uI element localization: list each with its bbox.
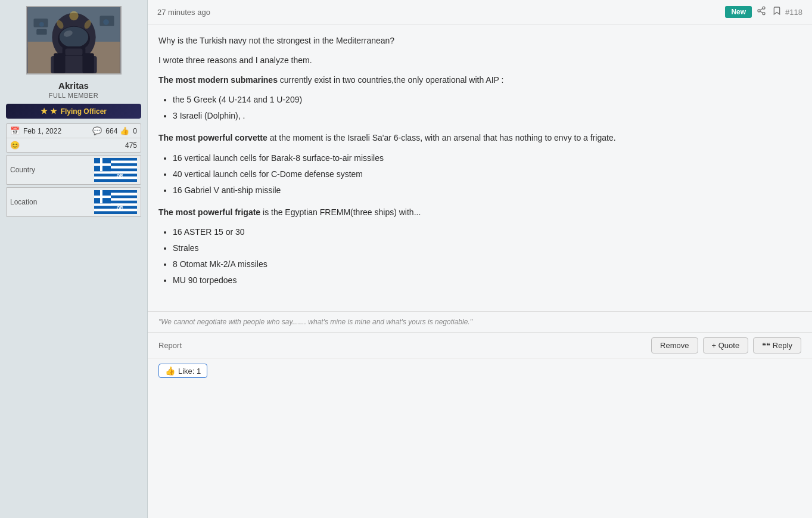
list-item: Strales [173,241,801,255]
svg-point-16 [103,19,109,25]
post-content: 27 minutes ago New #118 Why [148,0,812,518]
post-number: #118 [785,8,802,17]
svg-rect-10 [54,53,65,73]
svg-point-49 [758,10,760,12]
user-role: FULL MEMBER [49,92,98,99]
svg-point-17 [69,11,78,20]
intro-line2: I wrote three reasons and I analyze them… [158,54,801,67]
post-body: Why is the Turkish navy not the stronges… [148,24,812,305]
like-bar: 👍 Like: 1 [148,358,812,383]
list-item: 16 vertical launch cells for Barak-8 sur… [173,151,801,165]
user-name: Akritas [58,80,89,91]
list-item: MU 90 torpedoes [173,274,801,287]
reply-button[interactable]: ❝❝ Reply [753,337,801,353]
join-date: Feb 1, 2022 [23,127,61,135]
list-item: 40 vertical launch cells for C-Dome defe… [173,168,801,181]
svg-point-15 [39,22,44,27]
user-stats: 📅 Feb 1, 2022 💬 664 👍 0 😊 475 [6,123,141,153]
like-button[interactable]: 👍 Like: 1 [158,364,207,378]
country-label: Country [10,166,52,174]
country-flag: .GR [94,158,137,182]
section3-bold: The most powerful frigate [158,207,260,217]
thumbs-up-icon: 👍 [165,366,175,376]
section2-list: 16 vertical launch cells for Barak-8 sur… [173,151,801,197]
post-time: 27 minutes ago [157,8,725,17]
intro-line1: Why is the Turkish navy not the stronges… [158,34,801,48]
share-icon[interactable] [757,6,766,18]
svg-text:.GR: .GR [116,173,123,178]
like-count: 0 [133,127,137,135]
message-icon: 💬 [92,126,103,135]
new-badge: New [725,6,752,18]
list-item: 8 Otomat Mk-2/A missiles [173,258,801,271]
section1-heading: The most modern submarines currently exi… [158,73,801,87]
join-date-row: 📅 Feb 1, 2022 💬 664 👍 0 [7,124,141,138]
section1-text: currently exist in two countries,the onl… [278,75,504,85]
rank-badge: ★ ★ Flying Officer [6,104,141,119]
post-signature: "We cannot negotiate with people who say… [148,311,812,332]
section1-list: the 5 Greek (4 U-214 and 1 U-209) 3 Isra… [173,93,801,123]
post-footer: Report Remove + Quote ❝❝ Reply [148,332,812,358]
rank-stars: ★ ★ [41,107,57,116]
svg-line-52 [760,8,763,10]
bookmark-icon[interactable] [772,6,782,18]
list-item: 16 Gabriel V anti-ship missile [173,184,801,197]
report-link[interactable]: Report [158,341,182,350]
svg-point-48 [763,7,765,9]
section2-text: at the moment is the Israeli Sa'ar 6-cla… [267,133,616,142]
svg-rect-11 [82,53,94,73]
user-panel: Akritas FULL MEMBER ★ ★ Flying Officer 📅… [0,0,148,518]
section2-bold: The most powerful corvette [158,133,267,142]
reactions-row: 😊 475 [7,138,141,152]
calendar-icon: 📅 [10,126,21,135]
section1-bold: The most modern submarines [158,75,278,85]
post-actions [757,6,782,18]
like-count-label: Like: 1 [178,367,201,376]
list-item: the 5 Greek (4 U-214 and 1 U-209) [173,93,801,107]
svg-rect-29 [94,179,137,182]
user-avatar [26,6,122,75]
post-header: 27 minutes ago New #118 [148,0,812,24]
remove-button[interactable]: Remove [651,337,698,353]
svg-rect-32 [94,163,111,166]
svg-rect-43 [94,212,137,214]
reactions-count: 475 [125,141,137,150]
section3-text: is the Egyptian FREMM(three ships) with.… [260,207,421,217]
location-row: Location .GR [6,187,141,217]
quote-button[interactable]: + Quote [703,337,749,353]
svg-rect-14 [36,29,46,35]
like-icon: 👍 [120,126,130,135]
svg-point-50 [763,13,765,15]
section2-heading: The most powerful corvette at the moment… [158,131,801,145]
rank-label: Flying Officer [61,107,107,116]
message-count: 664 [105,127,117,135]
section3-heading: The most powerful frigate is the Egyptia… [158,206,801,219]
location-label: Location [10,198,52,206]
svg-point-5 [59,27,88,48]
list-item: 3 Israeli (Dolphin), . [173,109,801,123]
svg-rect-46 [94,196,111,198]
list-item: 16 ASTER 15 or 30 [173,225,801,239]
svg-rect-8 [65,48,82,55]
svg-line-51 [760,11,763,13]
section3-list: 16 ASTER 15 or 30 Strales 8 Otomat Mk-2/… [173,225,801,287]
location-flag: .GR [94,190,137,214]
svg-text:.GR: .GR [116,206,123,210]
reaction-icon: 😊 [10,141,21,150]
country-row: Country [6,155,141,185]
